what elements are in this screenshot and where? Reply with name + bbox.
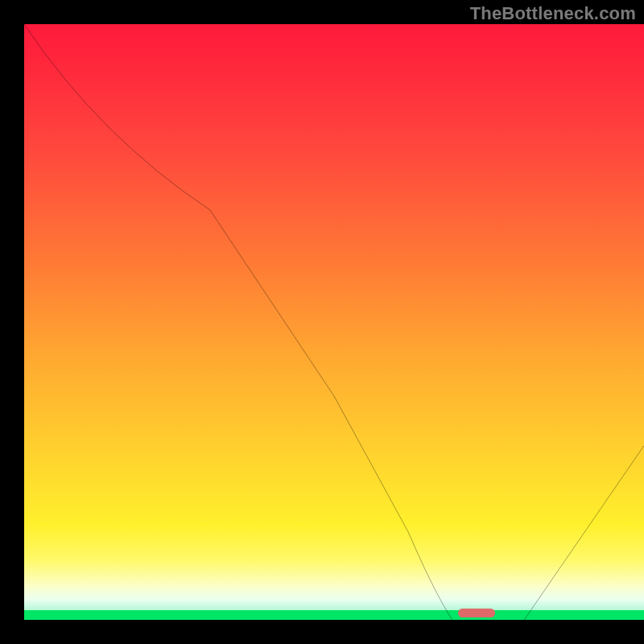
plot-area	[24, 24, 644, 620]
optimal-marker	[458, 609, 495, 617]
watermark-text: TheBottleneck.com	[470, 3, 636, 24]
chart-frame: TheBottleneck.com	[0, 0, 644, 644]
bottleneck-curve	[24, 24, 644, 620]
